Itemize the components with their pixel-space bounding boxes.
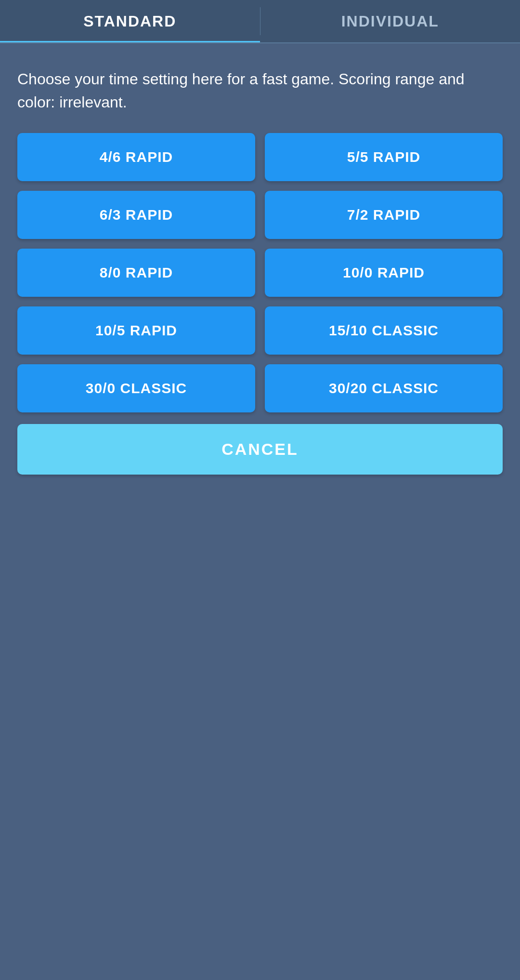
btn-30-0-classic[interactable]: 30/0 CLASSIC <box>17 364 255 412</box>
btn-15-10-classic[interactable]: 15/10 CLASSIC <box>265 306 503 355</box>
btn-30-20-classic[interactable]: 30/20 CLASSIC <box>265 364 503 412</box>
content-area: Choose your time setting here for a fast… <box>0 43 520 492</box>
btn-4-6-rapid[interactable]: 4/6 RAPID <box>17 133 255 181</box>
btn-10-0-rapid[interactable]: 10/0 RAPID <box>265 249 503 297</box>
btn-6-3-rapid[interactable]: 6/3 RAPID <box>17 191 255 239</box>
tab-bar: STANDARD INDIVIDUAL <box>0 0 520 43</box>
btn-7-2-rapid[interactable]: 7/2 RAPID <box>265 191 503 239</box>
description-text: Choose your time setting here for a fast… <box>17 67 503 114</box>
time-buttons-grid: 4/6 RAPID 5/5 RAPID 6/3 RAPID 7/2 RAPID … <box>17 133 503 412</box>
tab-individual-label: INDIVIDUAL <box>341 13 439 30</box>
tab-standard-label: STANDARD <box>83 13 176 30</box>
tab-standard[interactable]: STANDARD <box>0 0 260 42</box>
btn-5-5-rapid[interactable]: 5/5 RAPID <box>265 133 503 181</box>
btn-10-5-rapid[interactable]: 10/5 RAPID <box>17 306 255 355</box>
cancel-button[interactable]: CANCEL <box>17 424 503 475</box>
btn-8-0-rapid[interactable]: 8/0 RAPID <box>17 249 255 297</box>
tab-individual[interactable]: INDIVIDUAL <box>260 0 520 42</box>
